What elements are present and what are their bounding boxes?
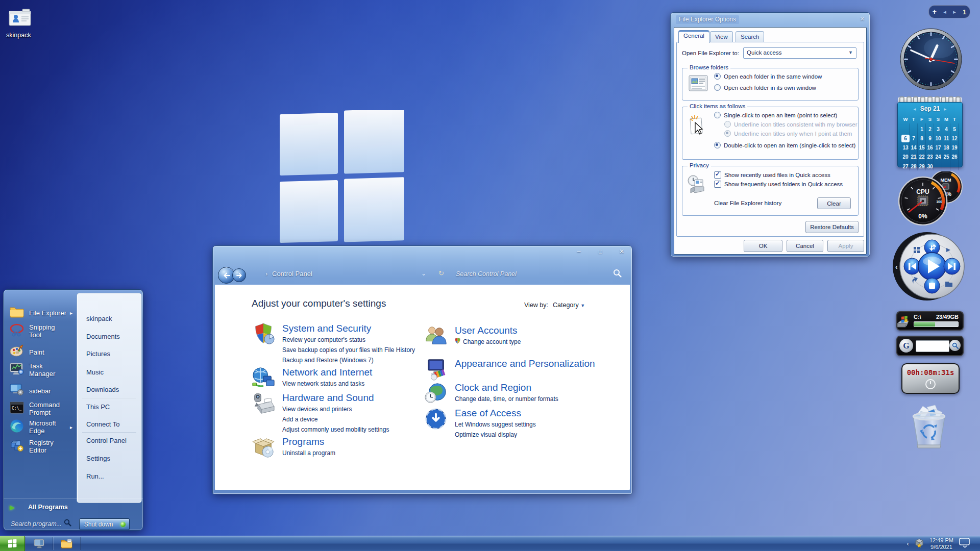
calendar-day[interactable]: 12: [950, 135, 959, 142]
media-play-button[interactable]: [918, 253, 946, 280]
calendar-day[interactable]: 7: [910, 135, 918, 142]
tab-general[interactable]: General: [678, 30, 709, 43]
show-desktop-button[interactable]: [959, 537, 971, 550]
calendar-day[interactable]: 2: [926, 126, 934, 133]
calendar-day[interactable]: 14: [910, 144, 918, 152]
media-stop-button[interactable]: [924, 278, 940, 293]
start-item-control-panel[interactable]: Control Panel: [77, 435, 141, 446]
calendar-day[interactable]: 4: [942, 126, 950, 133]
hardware-sound-icon[interactable]: [252, 392, 275, 434]
category-title[interactable]: Ease of Access: [455, 407, 536, 419]
start-item-documents[interactable]: Documents: [77, 331, 141, 342]
calendar-day[interactable]: 23: [926, 153, 934, 161]
start-item-registry-editor[interactable]: RegistryEditor: [10, 437, 79, 456]
recycle-bin-icon[interactable]: [909, 402, 949, 451]
start-item-snipping-tool[interactable]: SnippingTool: [10, 321, 79, 341]
calendar-day[interactable]: 19: [950, 144, 959, 152]
system-security-icon[interactable]: [252, 322, 275, 365]
category-title[interactable]: Network and Internet: [282, 366, 372, 378]
tray-clock[interactable]: 12:49 PM 9/6/2021: [929, 537, 953, 550]
start-item-connect-to[interactable]: Connect To: [77, 419, 141, 430]
ease-of-access-icon[interactable]: [424, 407, 448, 439]
category-link[interactable]: Add a device: [282, 415, 389, 424]
pager-next-button[interactable]: ▸: [953, 9, 956, 15]
calendar-day[interactable]: 21: [910, 153, 918, 161]
media-prev-button[interactable]: [904, 258, 920, 274]
calendar-day[interactable]: 25: [942, 153, 950, 161]
refresh-icon[interactable]: ↻: [438, 269, 444, 277]
calendar-day[interactable]: 15: [918, 144, 926, 152]
radio-single-click[interactable]: Single-click to open an item (point to s…: [714, 112, 837, 118]
tab-search[interactable]: Search: [736, 31, 764, 42]
start-item-file-explorer[interactable]: File Explorer ▸: [10, 303, 79, 322]
category-title[interactable]: User Accounts: [455, 324, 521, 336]
category-link[interactable]: Uninstall a program: [282, 449, 335, 458]
category-link[interactable]: Adjust commonly used mobility settings: [282, 425, 389, 434]
calendar-day[interactable]: 8: [918, 135, 926, 142]
category-link[interactable]: Review your computer's status: [282, 336, 415, 344]
start-item-run[interactable]: Run...: [77, 471, 141, 482]
calendar-gadget[interactable]: ◂ Sep 21 ▸ WTFSSMT 123456789101112131415…: [897, 97, 963, 167]
cancel-button[interactable]: Cancel: [787, 240, 823, 252]
calendar-day[interactable]: 11: [942, 135, 950, 142]
start-item-skinpack[interactable]: skinpack: [77, 313, 141, 324]
minimize-button[interactable]: –: [571, 248, 586, 255]
search-gadget-input[interactable]: [916, 340, 949, 352]
start-item-this-pc[interactable]: This PC: [77, 402, 141, 413]
start-item-downloads[interactable]: Downloads: [77, 384, 141, 395]
calendar-day[interactable]: 20: [901, 153, 910, 161]
radio-own-window[interactable]: Open each folder in its own window: [714, 84, 816, 91]
network-internet-icon[interactable]: [252, 366, 275, 392]
calendar-prev-month[interactable]: ◂: [914, 106, 916, 112]
tray-app-icon[interactable]: [914, 538, 924, 550]
calendar-day[interactable]: 27: [901, 163, 910, 170]
start-search-input[interactable]: Search program...: [11, 520, 62, 528]
calendar-day[interactable]: 9: [926, 135, 934, 142]
clock-gadget[interactable]: [899, 28, 963, 91]
category-link[interactable]: Optimize visual display: [455, 431, 536, 439]
breadcrumb[interactable]: Control Panel: [272, 270, 312, 278]
close-icon[interactable]: ✕: [860, 16, 865, 22]
calendar-day[interactable]: 26: [950, 153, 959, 161]
category-link[interactable]: Save backup copies of your files with Fi…: [282, 346, 415, 355]
calendar-day[interactable]: 18: [942, 144, 950, 152]
user-accounts-icon[interactable]: [424, 324, 448, 350]
start-button[interactable]: [0, 536, 25, 551]
start-item-settings[interactable]: Settings: [77, 453, 141, 464]
pager-prev-button[interactable]: ◂: [943, 9, 946, 15]
close-button[interactable]: ✕: [614, 248, 629, 255]
calendar-day[interactable]: 16: [926, 144, 934, 152]
media-player-gadget[interactable]: ‹: [891, 231, 969, 303]
taskbar-item-sidebar[interactable]: [26, 536, 53, 551]
add-gadget-button[interactable]: +: [933, 8, 937, 15]
calendar-day[interactable]: 17: [934, 144, 942, 152]
search-icon[interactable]: [613, 269, 622, 280]
start-item-music[interactable]: Music: [77, 367, 141, 378]
radio-double-click[interactable]: Double-click to open an item (single-cli…: [714, 142, 855, 148]
open-to-dropdown[interactable]: Quick access ▼: [743, 47, 856, 59]
category-link[interactable]: View devices and printers: [282, 405, 389, 414]
media-next-button[interactable]: [944, 258, 960, 274]
start-item-command-prompt[interactable]: C:\_ CommandPrompt: [10, 399, 79, 418]
all-programs-button[interactable]: ▶ All Programs: [4, 498, 143, 511]
start-item-microsoft-edge[interactable]: MicrosoftEdge ▸: [10, 417, 79, 437]
shutdown-options-button[interactable]: [117, 518, 130, 530]
calendar-day[interactable]: 29: [918, 163, 926, 170]
check-frequent-folders[interactable]: Show frequently used folders in Quick ac…: [714, 181, 843, 188]
category-link[interactable]: Let Windows suggest settings: [455, 420, 536, 429]
calendar-day[interactable]: 5: [950, 126, 959, 133]
view-by-value[interactable]: Category ▼: [553, 302, 585, 309]
start-item-task-manager[interactable]: TaskManager: [10, 360, 79, 380]
start-item-pictures[interactable]: Pictures: [77, 348, 141, 360]
category-title[interactable]: System and Security: [282, 322, 415, 334]
category-title[interactable]: Hardware and Sound: [282, 392, 389, 404]
calendar-day[interactable]: 1: [918, 126, 926, 133]
calendar-day[interactable]: 3: [934, 126, 942, 133]
calendar-day[interactable]: 6: [901, 135, 910, 142]
shutdown-button[interactable]: Shut down: [79, 518, 118, 530]
category-title[interactable]: Programs: [282, 436, 335, 447]
tab-view[interactable]: View: [710, 31, 733, 42]
calendar-day[interactable]: 10: [934, 135, 942, 142]
programs-icon[interactable]: [252, 436, 275, 461]
calendar-day[interactable]: 22: [918, 153, 926, 161]
